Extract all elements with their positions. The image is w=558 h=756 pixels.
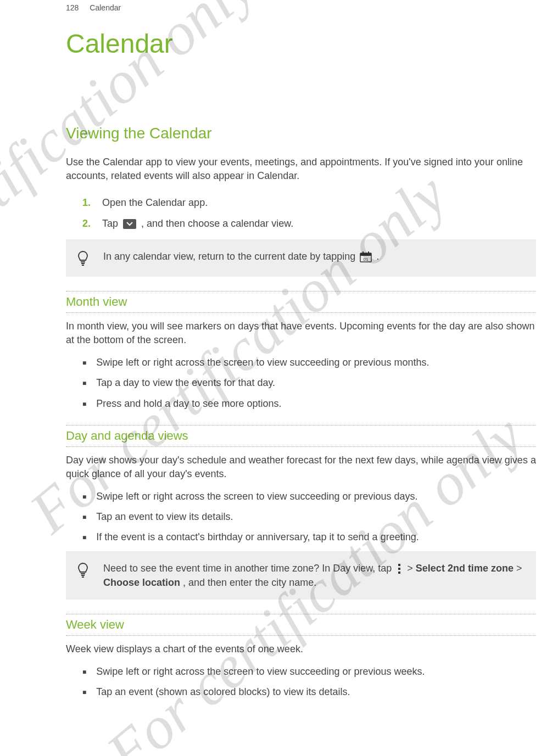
step-item: 1. Open the Calendar app. [82, 196, 536, 210]
body-paragraph: Week view displays a chart of the events… [66, 642, 536, 656]
tip-text-after: , and then enter the city name. [183, 577, 316, 588]
header-section: Calendar [90, 3, 121, 12]
body-paragraph: In month view, you will see markers on d… [66, 320, 536, 347]
lightbulb-icon [77, 562, 89, 579]
list-item-text: Tap an event to view its details. [96, 510, 233, 524]
tip-sep: > [407, 563, 416, 574]
tip-box: In any calendar view, return to the curr… [66, 239, 536, 277]
bullet-marker: ■ [82, 668, 86, 677]
tip-text: Need to see the event time in another ti… [103, 561, 525, 590]
bullet-marker: ■ [82, 400, 86, 409]
list-item-text: Press and hold a day to see more options… [96, 397, 281, 411]
step-item: 2. Tap , and then choose a calendar view… [82, 217, 536, 231]
tip-text: In any calendar view, return to the curr… [103, 249, 379, 264]
list-item-text: Tap a day to view the events for that da… [96, 376, 275, 390]
list-item: ■Swipe left or right across the screen t… [82, 490, 536, 503]
list-item-text: Swipe left or right across the screen to… [96, 665, 425, 679]
bullet-marker: ■ [82, 492, 86, 502]
tip-text-after: . [376, 251, 379, 262]
list-item: ■Tap an event to view its details. [82, 510, 536, 524]
intro-paragraph: Use the Calendar app to view your events… [66, 155, 536, 183]
svg-text:01: 01 [364, 257, 369, 262]
bullet-marker: ■ [82, 533, 86, 542]
step-number: 1. [82, 196, 92, 210]
subsection-heading: Month view [66, 291, 536, 313]
page-header: 128 Calendar [0, 0, 558, 12]
lightbulb-icon [77, 250, 89, 267]
tip-text-before: Need to see the event time in another ti… [103, 563, 394, 574]
steps-list: 1. Open the Calendar app. 2. Tap , and t… [82, 196, 536, 230]
list-item: ■Tap a day to view the events for that d… [82, 376, 536, 390]
step-number: 2. [82, 217, 92, 231]
tip-bold: Choose location [103, 577, 180, 588]
menu-dots-icon [397, 563, 402, 574]
svg-rect-3 [368, 251, 369, 254]
bullet-list: ■Swipe left or right across the screen t… [82, 356, 536, 411]
body-paragraph: Day view shows your day's schedule and w… [66, 453, 536, 481]
bullet-list: ■Swipe left or right across the screen t… [82, 665, 536, 699]
svg-rect-2 [362, 251, 364, 254]
list-item-text: Swipe left or right across the screen to… [96, 356, 429, 369]
calendar-today-icon: 01 [360, 251, 372, 262]
page-title: Calendar [66, 29, 536, 59]
list-item: ■Swipe left or right across the screen t… [82, 665, 536, 679]
subsection-heading: Week view [66, 614, 536, 636]
svg-rect-7 [398, 572, 400, 574]
svg-rect-1 [360, 253, 371, 256]
page-number: 128 [66, 3, 79, 12]
list-item-text: Swipe left or right across the screen to… [96, 490, 417, 503]
bullet-marker: ■ [82, 379, 86, 388]
svg-rect-5 [398, 564, 400, 566]
list-item: ■Tap an event (shown as colored blocks) … [82, 685, 536, 699]
svg-rect-6 [398, 568, 400, 570]
dropdown-icon [123, 219, 136, 229]
tip-text-before: In any calendar view, return to the curr… [103, 251, 358, 262]
list-item: ■Press and hold a day to see more option… [82, 397, 536, 411]
page-content: Calendar Viewing the Calendar Use the Ca… [0, 12, 558, 699]
list-item: ■Swipe left or right across the screen t… [82, 356, 536, 369]
step-text: Tap , and then choose a calendar view. [102, 217, 293, 231]
tip-sep: > [516, 563, 522, 574]
tip-box: Need to see the event time in another ti… [66, 551, 536, 600]
bullet-list: ■Swipe left or right across the screen t… [82, 490, 536, 545]
section-heading: Viewing the Calendar [66, 125, 536, 142]
list-item-text: If the event is a contact's birthday or … [96, 530, 418, 544]
subsection-heading: Day and agenda views [66, 425, 536, 447]
step-text-before: Tap [102, 218, 121, 229]
bullet-marker: ■ [82, 513, 86, 522]
list-item-text: Tap an event (shown as colored blocks) t… [96, 685, 350, 699]
bullet-marker: ■ [82, 359, 86, 368]
step-text: Open the Calendar app. [102, 196, 208, 210]
tip-bold: Select 2nd time zone [416, 563, 514, 574]
bullet-marker: ■ [82, 688, 86, 697]
step-text-after: , and then choose a calendar view. [141, 218, 293, 229]
list-item: ■If the event is a contact's birthday or… [82, 530, 536, 544]
